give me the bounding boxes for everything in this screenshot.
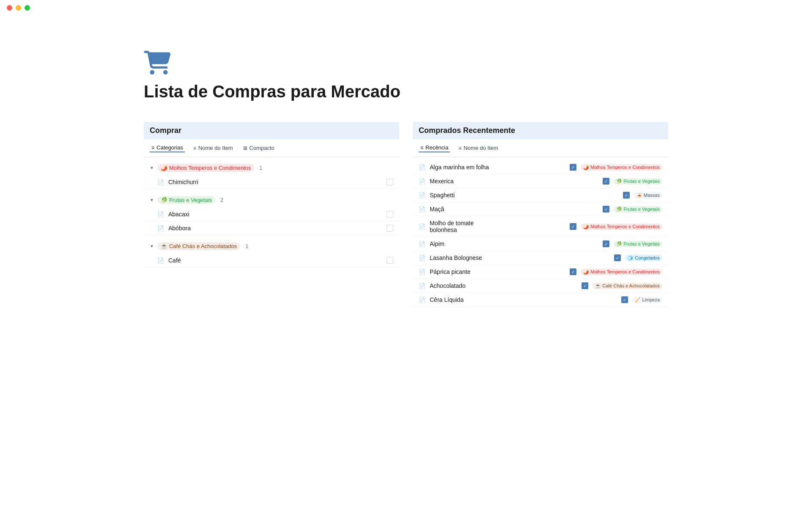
doc-icon: 📄	[419, 283, 425, 289]
category-tag: 🧹 Limpeza	[632, 297, 662, 303]
category-tag: 🥬 Frutas e Vegetais	[614, 241, 662, 247]
item-name: Cêra Líquida	[430, 296, 521, 303]
checkbox-checked[interactable]: ✓	[621, 296, 628, 303]
tab-compacto[interactable]: ⊞ Compacto	[241, 144, 276, 152]
list-item[interactable]: 📄 Abacaxi	[144, 207, 399, 221]
item-name: Lasanha Bolognese	[430, 254, 518, 261]
comprar-section: Comprar ≡ Categorias ≡ Nome do Item ⊞ Co…	[144, 122, 399, 271]
checkbox-checked[interactable]: ✓	[614, 254, 621, 261]
page-title: Lista de Compras para Mercado	[144, 81, 668, 102]
columns-wrapper: Comprar ≡ Categorias ≡ Nome do Item ⊞ Co…	[144, 122, 668, 307]
category-frutas-header[interactable]: ▼ 🥬 Frutas e Vegetais 2	[144, 193, 399, 207]
category-tag: 🧊 Congelados	[625, 255, 662, 261]
list-item[interactable]: 📄Páprica picante✓🌶️ Molhos Temperos e Co…	[413, 265, 668, 279]
close-button[interactable]	[7, 5, 12, 11]
checkbox-checked[interactable]: ✓	[570, 223, 576, 230]
chevron-icon: ▼	[150, 166, 154, 170]
list-item[interactable]: 📄Achocolatado✓☕ Café Chás e Achocolatado…	[413, 279, 668, 293]
checkbox-checked[interactable]: ✓	[570, 268, 576, 275]
checkbox-checked[interactable]: ✓	[570, 164, 576, 171]
checkbox-checked[interactable]: ✓	[603, 178, 609, 185]
doc-icon: 📄	[419, 206, 425, 213]
doc-icon: 📄	[419, 178, 425, 185]
category-cafe-badge: ☕ Café Chás e Achocolatados	[157, 242, 240, 250]
tab-recencia[interactable]: ≡ Recência	[419, 144, 450, 152]
minimize-button[interactable]	[16, 5, 21, 11]
checkbox-checked[interactable]: ✓	[603, 206, 609, 213]
doc-icon: 📄	[157, 179, 164, 185]
category-cafe-header[interactable]: ▼ ☕ Café Chás e Achocolatados 1	[144, 239, 399, 254]
list-item[interactable]: 📄Spaghetti✓🍝 Massas	[413, 188, 668, 202]
page-header: Lista de Compras para Mercado	[144, 51, 668, 102]
list-item[interactable]: 📄 Café	[144, 254, 399, 268]
tab-categorias[interactable]: ≡ Categorias	[150, 144, 185, 152]
list-item[interactable]: 📄Alga marinha em folha✓🌶️ Molhos Tempero…	[413, 160, 668, 174]
item-name: Molho de tomate bolonhesa	[430, 220, 496, 233]
list-item[interactable]: 📄 Chimichurri	[144, 175, 399, 189]
checkbox-abobora[interactable]	[387, 225, 393, 232]
item-name: Alga marinha em folha	[430, 164, 496, 171]
category-tag: ☕ Café Chás e Achocolatados	[593, 283, 662, 289]
item-name: Aipim	[430, 240, 512, 247]
comprados-section: Comprados Recentemente ≡ Recência ≡ Nome…	[413, 122, 668, 307]
doc-icon: 📄	[419, 269, 425, 275]
comprar-tabs: ≡ Categorias ≡ Nome do Item ⊞ Compacto	[144, 139, 399, 157]
comprados-title: Comprados Recentemente	[419, 126, 515, 135]
tab-nome-item-right[interactable]: ≡ Nome do Item	[457, 144, 500, 152]
recently-list: 📄Alga marinha em folha✓🌶️ Molhos Tempero…	[413, 160, 668, 307]
list-item[interactable]: 📄 Abóbora	[144, 221, 399, 235]
doc-icon: 📄	[419, 164, 425, 171]
doc-icon: 📄	[419, 224, 425, 230]
comprados-header: Comprados Recentemente	[413, 122, 668, 139]
checkbox-chimichurri[interactable]	[387, 179, 393, 185]
tab-categorias-icon: ≡	[151, 145, 154, 151]
category-molhos-header[interactable]: ▼ 🌶️ Molhos Temperos e Condimentos 1	[144, 160, 399, 175]
doc-icon: 📄	[419, 241, 425, 247]
chevron-icon: ▼	[150, 244, 154, 248]
category-frutas-badge: 🥬 Frutas e Vegetais	[157, 196, 215, 204]
category-tag: 🍝 Massas	[634, 192, 662, 199]
checkbox-checked[interactable]: ✓	[623, 192, 630, 199]
cart-icon	[144, 51, 171, 75]
checkbox-abacaxi[interactable]	[387, 211, 393, 218]
checkbox-cafe[interactable]	[387, 257, 393, 264]
list-item[interactable]: 📄Maçã✓🥬 Frutas e Vegetais	[413, 202, 668, 216]
main-content: Lista de Compras para Mercado Comprar ≡ …	[110, 0, 702, 307]
checkbox-checked[interactable]: ✓	[582, 282, 588, 289]
category-tag: 🌶️ Molhos Temperos e Condimentos	[581, 164, 662, 171]
category-tag: 🌶️ Molhos Temperos e Condimentos	[581, 269, 662, 275]
tab-nome-item[interactable]: ≡ Nome do Item	[192, 144, 235, 152]
list-item[interactable]: 📄Molho de tomate bolonhesa✓🌶️ Molhos Tem…	[413, 216, 668, 237]
comprar-title: Comprar	[150, 126, 181, 135]
category-molhos-badge: 🌶️ Molhos Temperos e Condimentos	[157, 164, 254, 172]
tab-nome-icon: ≡	[193, 145, 196, 151]
doc-icon: 📄	[157, 211, 164, 218]
category-cafe: ▼ ☕ Café Chás e Achocolatados 1 📄 Café	[144, 239, 399, 268]
category-molhos: ▼ 🌶️ Molhos Temperos e Condimentos 1 📄 C…	[144, 160, 399, 189]
item-name: Maçã	[430, 206, 512, 213]
category-tag: 🥬 Frutas e Vegetais	[614, 178, 662, 185]
item-name: Achocolatado	[430, 282, 502, 289]
category-tag: 🥬 Frutas e Vegetais	[614, 206, 662, 213]
item-name: Mexerica	[430, 178, 512, 185]
category-tag: 🌶️ Molhos Temperos e Condimentos	[581, 224, 662, 230]
doc-icon: 📄	[419, 192, 425, 199]
list-item[interactable]: 📄Aipim✓🥬 Frutas e Vegetais	[413, 237, 668, 251]
maximize-button[interactable]	[25, 5, 30, 11]
list-item[interactable]: 📄Cêra Líquida✓🧹 Limpeza	[413, 293, 668, 307]
titlebar	[0, 0, 812, 16]
comprar-header: Comprar	[144, 122, 399, 139]
checkbox-checked[interactable]: ✓	[603, 240, 609, 247]
doc-icon: 📄	[419, 255, 425, 261]
list-item[interactable]: 📄Lasanha Bolognese✓🧊 Congelados	[413, 251, 668, 265]
doc-icon: 📄	[419, 297, 425, 303]
tab-recencia-icon: ≡	[420, 145, 423, 151]
tab-nome-icon-right: ≡	[458, 145, 461, 151]
category-frutas: ▼ 🥬 Frutas e Vegetais 2 📄 Abacaxi 📄 Abób…	[144, 193, 399, 235]
doc-icon: 📄	[157, 225, 164, 232]
item-name: Páprica picante	[430, 268, 496, 275]
chevron-icon: ▼	[150, 198, 154, 202]
list-item[interactable]: 📄Mexerica✓🥬 Frutas e Vegetais	[413, 174, 668, 188]
comprados-tabs: ≡ Recência ≡ Nome do Item	[413, 139, 668, 157]
doc-icon: 📄	[157, 257, 164, 264]
